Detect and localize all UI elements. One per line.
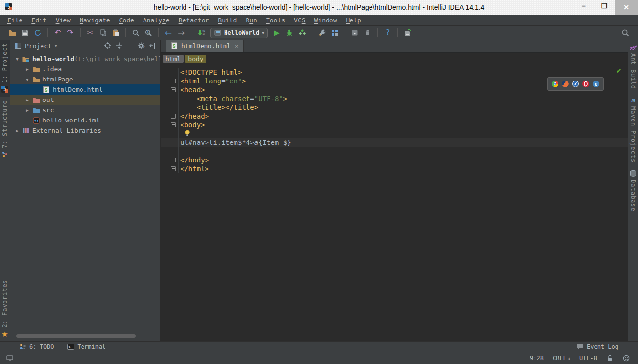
find-button[interactable]: [130, 27, 142, 39]
stripe-maven-projects[interactable]: mMaven Projects: [628, 93, 638, 166]
project-structure-button[interactable]: [329, 27, 341, 39]
firefox-button[interactable]: [561, 80, 569, 88]
chevron-down-icon[interactable]: ▼: [23, 77, 31, 82]
fold-marker[interactable]: [171, 87, 176, 92]
undo-button[interactable]: ↶: [52, 27, 63, 39]
hide-panel-button[interactable]: [148, 42, 156, 50]
chevron-down-icon[interactable]: ▼: [13, 57, 21, 61]
sdk-manager-button[interactable]: [349, 27, 361, 39]
settings-icon: [318, 29, 326, 37]
tree-row-htmldemo-html[interactable]: 5htmlDemo.html: [10, 84, 160, 95]
stripe-ant-build[interactable]: Ant Build: [628, 40, 638, 93]
menu-file[interactable]: File: [3, 17, 27, 24]
open-folder-button[interactable]: [6, 27, 18, 39]
menu-tools[interactable]: Tools: [262, 17, 289, 24]
chevron-right-icon[interactable]: ▶: [13, 128, 21, 133]
project-panel-title[interactable]: Project: [25, 42, 52, 50]
maximize-button[interactable]: ❐: [594, 0, 615, 12]
make-project-button[interactable]: 0110: [195, 27, 207, 39]
stripe-database[interactable]: Database: [628, 166, 638, 215]
menu-run[interactable]: Run: [241, 17, 261, 24]
stripe-7-structure[interactable]: 7: Structure: [0, 97, 10, 162]
settings-button[interactable]: [316, 27, 328, 39]
fold-marker[interactable]: [171, 166, 176, 171]
intention-bulb-icon[interactable]: [184, 129, 191, 139]
chevron-right-icon[interactable]: ▶: [23, 67, 31, 72]
breadcrumb-body[interactable]: body: [185, 55, 206, 63]
forward-button[interactable]: →: [175, 27, 187, 39]
menu-window[interactable]: Window: [310, 17, 342, 24]
hector-button[interactable]: [622, 354, 630, 362]
tree-row-out[interactable]: ▶out: [10, 95, 160, 105]
fold-marker[interactable]: [171, 158, 176, 162]
replace-button[interactable]: A: [143, 27, 154, 39]
copy-button[interactable]: [97, 27, 109, 39]
menu-code[interactable]: Code: [115, 17, 139, 24]
coverage-button[interactable]: [296, 27, 308, 39]
safari-button[interactable]: [572, 80, 579, 88]
save-all-button[interactable]: [19, 27, 31, 39]
run-config-combo[interactable]: HelloWorld▼: [210, 28, 268, 38]
menu-help[interactable]: Help: [342, 17, 366, 24]
menu-edit[interactable]: Edit: [27, 17, 51, 24]
encoding-selector[interactable]: UTF-8: [579, 355, 597, 362]
breadcrumb-html[interactable]: html: [163, 55, 184, 63]
chrome-button[interactable]: [551, 80, 559, 88]
gear-button[interactable]: ▼: [137, 42, 145, 50]
run-button[interactable]: ▶: [271, 27, 283, 39]
inspection-ok-icon[interactable]: ✔: [616, 67, 622, 75]
code-area[interactable]: <!DOCTYPE html><html lang="en"><head> <m…: [161, 64, 628, 342]
close-button[interactable]: ✕: [615, 0, 638, 15]
menu-view[interactable]: View: [51, 17, 75, 24]
tree-row--idea[interactable]: ▶.idea: [10, 64, 160, 74]
menu-build[interactable]: Build: [213, 17, 241, 24]
caret-position[interactable]: 9:28: [530, 355, 544, 362]
fold-marker[interactable]: [171, 114, 176, 119]
opera-button[interactable]: [582, 80, 590, 88]
menu-vcs[interactable]: VCS: [289, 17, 309, 24]
sync-button[interactable]: [32, 27, 43, 39]
ie-button[interactable]: e: [592, 80, 600, 88]
project-panel-header: Project ▼ ▼: [10, 40, 160, 52]
save-sync-button[interactable]: [402, 27, 413, 39]
folder-icon: [32, 76, 40, 83]
menu-analyze[interactable]: Analyze: [139, 17, 174, 24]
chevron-down-icon[interactable]: ▼: [55, 44, 57, 48]
back-button[interactable]: ←: [163, 27, 174, 39]
toolwindow-event-log[interactable]: Event Log: [576, 343, 618, 351]
tree-row-htmlpage[interactable]: ▼htmlPage: [10, 74, 160, 84]
chevron-right-icon[interactable]: ▶: [23, 98, 31, 102]
chevron-right-icon[interactable]: ▶: [23, 108, 31, 113]
android-button[interactable]: [362, 27, 373, 39]
toolwindow-terminal[interactable]: >_Terminal: [67, 343, 106, 351]
tree-row-external-libraries[interactable]: ▶External Libraries: [10, 125, 160, 136]
tree-row-hello-world-iml[interactable]: IJhello-world.iml: [10, 115, 160, 125]
minimize-button[interactable]: –: [574, 0, 594, 12]
tree-row-src[interactable]: ▶src: [10, 105, 160, 115]
terminal-icon: >_: [67, 343, 75, 351]
cut-button[interactable]: ✂: [84, 27, 96, 39]
stripe-2-favorites[interactable]: 2: Favorites★: [0, 276, 10, 342]
fold-marker[interactable]: [171, 79, 176, 83]
horizontal-scrollbar[interactable]: [16, 334, 136, 338]
debug-button[interactable]: [284, 27, 295, 39]
menu-navigate[interactable]: Navigate: [75, 17, 115, 24]
code-line: </head>: [161, 112, 628, 121]
tab-htmldemo[interactable]: 5 htmlDemo.html ×: [166, 40, 244, 52]
tree-row-hello-world[interactable]: ▼hello-world (E:\git_work_space\hell: [10, 54, 160, 64]
close-icon[interactable]: ×: [235, 42, 239, 50]
menu-refactor[interactable]: Refactor: [174, 17, 214, 24]
lock-open-button[interactable]: [606, 354, 614, 362]
locate-button[interactable]: [104, 42, 112, 50]
app-icon: [214, 29, 222, 37]
line-ending-selector[interactable]: CRLF↕: [553, 355, 571, 362]
monitor-icon[interactable]: [6, 354, 14, 362]
collapse-all-button[interactable]: [115, 42, 123, 50]
search-everywhere-button[interactable]: [619, 27, 631, 39]
help-button[interactable]: ?: [382, 27, 393, 39]
paste-button[interactable]: [110, 27, 122, 39]
redo-button[interactable]: ↷: [64, 27, 76, 39]
toolwindow-6-todo[interactable]: 6: TODO: [19, 343, 54, 351]
stripe-1-project[interactable]: 1: ProjectJ: [0, 40, 10, 97]
fold-marker[interactable]: [171, 122, 176, 127]
